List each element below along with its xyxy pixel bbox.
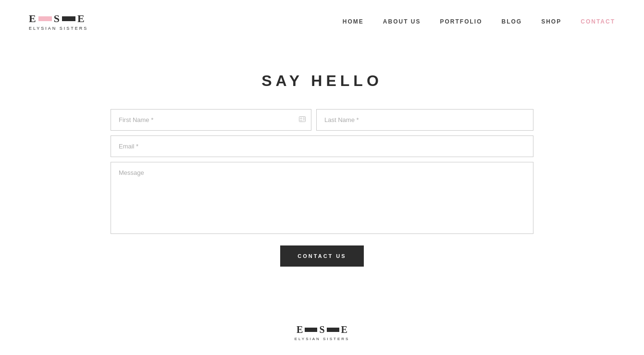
logo-letter-s: S: [54, 12, 60, 25]
main-content: SAY HELLO: [0, 43, 644, 305]
message-row: [111, 162, 533, 234]
logo-bar-dark: [62, 16, 75, 21]
footer-bar-1: [305, 328, 317, 332]
submit-button[interactable]: CONTACT US: [280, 245, 363, 267]
footer-logo: E S E ELYSIAN SISTERS: [295, 324, 350, 341]
footer-bar-2: [327, 328, 339, 332]
footer-logo-letters: E S E: [297, 324, 347, 335]
email-row: [111, 135, 533, 157]
site-footer: E S E ELYSIAN SISTERS: [0, 305, 644, 355]
footer-logo-e2: E: [341, 324, 347, 335]
logo-letter-e2: E: [77, 12, 85, 25]
logo[interactable]: E S E ELYSIAN SISTERS: [29, 12, 88, 31]
svg-point-1: [300, 118, 302, 119]
site-header: E S E ELYSIAN SISTERS HOME ABOUT US PORT…: [0, 0, 644, 43]
footer-logo-s: S: [319, 324, 324, 335]
nav-about[interactable]: ABOUT US: [383, 18, 421, 25]
logo-letters: E S E: [29, 12, 85, 25]
nav-shop[interactable]: SHOP: [541, 18, 561, 25]
message-textarea[interactable]: [111, 162, 533, 234]
nav-blog[interactable]: BLOG: [502, 18, 522, 25]
logo-subtitle: ELYSIAN SISTERS: [29, 26, 88, 31]
main-nav: HOME ABOUT US PORTFOLIO BLOG SHOP CONTAC…: [343, 18, 615, 25]
first-name-field-wrapper: [111, 109, 311, 131]
nav-contact[interactable]: CONTACT: [581, 18, 615, 25]
first-name-input[interactable]: [111, 109, 311, 131]
footer-logo-e1: E: [297, 324, 303, 335]
nav-portfolio[interactable]: PORTFOLIO: [440, 18, 483, 25]
email-input[interactable]: [111, 135, 533, 157]
footer-logo-subtitle: ELYSIAN SISTERS: [295, 337, 350, 341]
logo-bar-pink: [38, 16, 52, 21]
page-title: SAY HELLO: [261, 72, 383, 90]
contact-card-icon: [299, 116, 306, 124]
name-row: [111, 109, 533, 131]
nav-home[interactable]: HOME: [343, 18, 364, 25]
contact-form: CONTACT US: [111, 109, 533, 267]
logo-letter-e1: E: [29, 12, 37, 25]
last-name-input[interactable]: [316, 109, 533, 131]
